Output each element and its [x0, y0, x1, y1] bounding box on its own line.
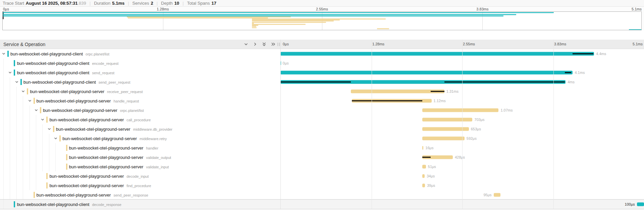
service-name: bun-websocket-otel-playground-clientsend… [17, 70, 114, 75]
span-name-cell[interactable]: bun-websocket-otel-playground-clientdeco… [0, 200, 280, 209]
span-name-cell[interactable]: bun-websocket-otel-playground-serverrece… [0, 87, 280, 96]
chevron-down-icon[interactable] [21, 89, 25, 93]
span-name-cell[interactable]: bun-websocket-otel-playground-clientsend… [0, 68, 280, 77]
indent-guide [16, 162, 17, 171]
span-row[interactable]: bun-websocket-otel-playground-clientsend… [0, 77, 644, 87]
span-name-cell[interactable]: bun-websocket-otel-playground-serversend… [0, 190, 280, 200]
span-name-cell[interactable]: bun-websocket-otel-playground-servermidd… [0, 124, 280, 134]
span-duration-label: 34μs [427, 174, 435, 178]
service-color-bar [46, 173, 48, 179]
chevron-down-icon[interactable] [2, 52, 6, 56]
indent-guide [23, 190, 23, 200]
span-name-cell[interactable]: bun-websocket-otel-playground-serverhand… [0, 96, 280, 106]
span-name-cell[interactable]: bun-websocket-otel-playground-serverdeco… [0, 171, 280, 181]
span-duration-label: 4ms [568, 80, 575, 84]
indent-guide [42, 153, 43, 162]
chevron-down-icon[interactable] [15, 80, 19, 84]
indent-guide [16, 96, 17, 106]
span-row[interactable]: bun-websocket-otel-playground-serverhand… [0, 96, 644, 106]
chevron-down-icon[interactable] [28, 99, 32, 103]
span-bar[interactable] [280, 61, 281, 65]
span-name-cell[interactable]: bun-websocket-otel-playground-clientsend… [0, 77, 280, 87]
duration-label: Duration [94, 1, 110, 6]
service-name: bun-websocket-otel-playground-serverdeco… [49, 174, 149, 179]
span-timeline-cell: 1.07ms [280, 106, 644, 115]
span-row[interactable]: bun-websocket-otel-playground-servervali… [0, 153, 644, 162]
service-name: bun-websocket-otel-playground-serverorpc… [43, 108, 144, 113]
span-bar[interactable] [422, 146, 423, 150]
indent-guide [49, 162, 49, 171]
span-row[interactable]: bun-websocket-otel-playground-clientorpc… [0, 49, 644, 58]
span-name-cell[interactable]: bun-websocket-otel-playground-clientorpc… [0, 49, 280, 58]
span-row[interactable]: bun-websocket-otel-playground-serverorpc… [0, 106, 644, 115]
service-operation-header: Service & Operation [0, 40, 280, 49]
span-bar[interactable] [422, 118, 472, 122]
span-row[interactable]: bun-websocket-otel-playground-serverdeco… [0, 171, 644, 181]
span-duration-label: 39μs [427, 183, 435, 187]
indent-guide [10, 171, 10, 181]
span-row[interactable]: bun-websocket-otel-playground-servervali… [0, 162, 644, 171]
span-timeline-cell: 95μs [280, 190, 644, 200]
chevron-down-icon[interactable] [34, 108, 38, 112]
span-name-cell[interactable]: bun-websocket-otel-playground-serverhand… [0, 143, 280, 153]
span-row[interactable]: bun-websocket-otel-playground-servermidd… [0, 134, 644, 143]
minimap-tick-1: 1.28ms [157, 7, 169, 11]
span-row[interactable]: bun-websocket-otel-playground-servermidd… [0, 124, 644, 134]
span-bar[interactable] [637, 203, 644, 206]
span-name-cell[interactable]: bun-websocket-otel-playground-serverorpc… [0, 106, 280, 115]
span-row[interactable]: bun-websocket-otel-playground-servercall… [0, 115, 644, 124]
chevron-down-icon[interactable] [41, 118, 45, 122]
span-bar[interactable] [422, 156, 453, 159]
chevron-down-icon[interactable] [47, 127, 51, 131]
span-bar[interactable] [422, 174, 425, 178]
span-row[interactable]: bun-websocket-otel-playground-clientsend… [0, 68, 644, 77]
indent-guide [10, 124, 10, 134]
span-bar[interactable] [494, 193, 500, 197]
depth-value: 10 [174, 1, 179, 6]
span-name-cell[interactable]: bun-websocket-otel-playground-servervali… [0, 162, 280, 171]
span-row[interactable]: bun-websocket-otel-playground-clientenco… [0, 58, 644, 68]
chevron-down-icon[interactable] [8, 71, 12, 75]
span-row[interactable]: bun-websocket-otel-playground-serverrece… [0, 87, 644, 96]
span-row[interactable]: bun-websocket-otel-playground-clientdeco… [0, 200, 644, 209]
span-name-cell[interactable]: bun-websocket-otel-playground-serverfind… [0, 181, 280, 190]
span-name-cell[interactable]: bun-websocket-otel-playground-servermidd… [0, 134, 280, 143]
span-bar[interactable] [352, 99, 432, 103]
span-duration-label: 428μs [455, 155, 465, 159]
span-timeline-cell: 1.31ms [280, 87, 644, 96]
span-row[interactable]: bun-websocket-otel-playground-serverfind… [0, 181, 644, 190]
span-bar[interactable] [422, 109, 498, 112]
timeline-header: 0μs 1.28ms 2.55ms 3.83ms 5.1ms [280, 40, 644, 49]
span-name-cell[interactable]: bun-websocket-otel-playground-servercall… [0, 115, 280, 124]
span-bar[interactable] [280, 80, 566, 84]
minimap-span-bar [252, 24, 306, 25]
span-bar[interactable] [422, 137, 465, 140]
span-name-cell[interactable]: bun-websocket-otel-playground-servervali… [0, 153, 280, 162]
span-table-header: Service & Operation 0μs 1.28ms 2.55ms 3.… [0, 40, 644, 49]
column-resizer-grip[interactable] [278, 43, 280, 46]
span-bar[interactable] [280, 71, 573, 75]
indent-guide [10, 190, 10, 200]
service-color-bar [14, 201, 15, 207]
span-name-cell[interactable]: bun-websocket-otel-playground-clientenco… [0, 58, 280, 68]
expand-all-icon[interactable] [271, 42, 276, 47]
span-bar[interactable] [422, 127, 469, 131]
span-bar[interactable] [422, 184, 425, 187]
span-row[interactable]: bun-websocket-otel-playground-serversend… [0, 190, 644, 200]
span-bar[interactable] [422, 165, 426, 169]
span-bar[interactable] [351, 90, 444, 93]
collapse-one-icon[interactable] [244, 42, 249, 47]
chevron-down-icon[interactable] [54, 136, 58, 140]
operation-name: send_peer_response [113, 193, 148, 197]
indent-guide [3, 106, 4, 115]
indent-guide [49, 134, 49, 143]
span-bar[interactable] [280, 52, 594, 56]
indent-guide [55, 153, 56, 162]
span-row[interactable]: bun-websocket-otel-playground-serverhand… [0, 143, 644, 153]
minimap-canvas[interactable] [2, 11, 642, 30]
expand-one-icon[interactable] [253, 42, 258, 47]
span-duration-label: 16μs [425, 146, 433, 150]
collapse-all-icon[interactable] [262, 42, 267, 47]
indent-guide [10, 134, 10, 143]
service-color-bar [59, 135, 61, 141]
